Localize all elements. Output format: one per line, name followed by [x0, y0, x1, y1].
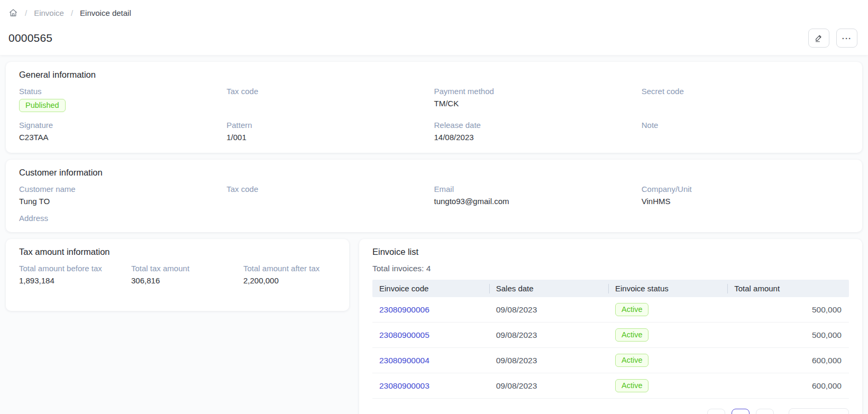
total-amount-cell: 500,000 — [727, 299, 849, 320]
page-size-select[interactable]: 10 / page — [789, 408, 849, 414]
tax-amount-information-title: Tax amount information — [19, 247, 336, 257]
pagination-page-1[interactable]: 1 — [732, 409, 750, 414]
field-label: Release date — [434, 121, 642, 130]
pagination: 1 10 / page — [372, 399, 849, 414]
field-label: Payment method — [434, 87, 642, 96]
customer-information-card: Customer information Customer name Tung … — [6, 160, 862, 232]
einvoice-code-cell: 23080900003 — [372, 375, 489, 397]
sales-date-cell: 09/08/2023 — [489, 299, 608, 320]
field-tax-code: Tax code — [226, 87, 434, 112]
sales-date-cell: 09/08/2023 — [489, 325, 608, 346]
field-value: 1,893,184 — [19, 276, 131, 287]
field-value: TM/CK — [434, 99, 642, 109]
column-header-total-amount: Total amount — [727, 280, 849, 297]
einvoice-list-card: Einvoice list Total invoices: 4 Einvoice… — [359, 239, 862, 414]
field-total-tax-amount: Total tax amount 306,816 — [131, 264, 243, 287]
field-value: 14/08/2023 — [434, 133, 642, 143]
breadcrumb-separator: / — [71, 8, 73, 17]
field-label: Email — [434, 185, 642, 194]
status-badge: Active — [615, 328, 649, 342]
status-badge: Active — [615, 303, 649, 316]
pagination-prev-button[interactable] — [707, 409, 725, 414]
einvoice-code-link[interactable]: 23080900005 — [379, 330, 430, 339]
field-label: Secret code — [642, 87, 849, 96]
table-row: 23080900004 09/08/2023 Active 600,000 — [372, 348, 849, 373]
field-value: 2,200,000 — [243, 276, 355, 287]
field-value: C23TAA — [19, 133, 226, 143]
total-amount-cell: 600,000 — [727, 350, 849, 371]
field-customer-name: Customer name Tung TO — [19, 185, 226, 207]
page-title: 0000565 — [8, 32, 52, 44]
sales-date-cell: 09/08/2023 — [489, 350, 608, 371]
table-row: 23080900003 09/08/2023 Active 600,000 — [372, 373, 849, 399]
table-header-row: Einvoice code Sales date Einvoice status… — [372, 280, 849, 297]
einvoice-code-link[interactable]: 23080900004 — [379, 356, 430, 365]
field-value — [642, 99, 849, 109]
einvoice-code-cell: 23080900005 — [372, 325, 489, 346]
field-value: Tung TO — [19, 197, 226, 207]
column-header-sales-date: Sales date — [489, 280, 608, 297]
field-label: Pattern — [226, 121, 434, 130]
breadcrumb-separator: / — [25, 8, 27, 17]
field-address: Address — [19, 214, 226, 223]
field-value — [642, 133, 849, 143]
customer-information-title: Customer information — [19, 168, 849, 178]
field-label: Status — [19, 87, 226, 96]
edit-button[interactable] — [808, 29, 829, 48]
edit-pencil-icon — [814, 33, 824, 43]
field-value: 306,816 — [131, 276, 243, 287]
einvoice-list-title: Einvoice list — [372, 247, 849, 257]
field-company-unit: Company/Unit VinHMS — [642, 185, 849, 207]
field-label: Company/Unit — [642, 185, 849, 194]
table-row: 23080900005 09/08/2023 Active 500,000 — [372, 323, 849, 348]
status-badge: Active — [615, 379, 649, 392]
pagination-next-button[interactable] — [756, 409, 774, 414]
einvoice-status-cell: Active — [608, 323, 727, 347]
field-label: Customer name — [19, 185, 226, 194]
page-header: / Einvoice / Einvoice detail 0000565 ... — [0, 0, 868, 55]
breadcrumb-item-einvoice[interactable]: Einvoice — [34, 8, 64, 17]
status-badge: Active — [615, 354, 649, 367]
field-value — [226, 99, 434, 109]
field-label: Total amount before tax — [19, 264, 131, 273]
field-total-after-tax: Total amount after tax 2,200,000 — [243, 264, 355, 287]
field-label: Tax code — [226, 87, 434, 96]
field-value: tungto93@gmail.com — [434, 197, 642, 207]
field-value: VinHMS — [642, 197, 849, 207]
field-label: Total tax amount — [131, 264, 243, 273]
header-actions: ... — [808, 29, 860, 48]
einvoice-status-cell: Active — [608, 297, 727, 322]
einvoice-code-link[interactable]: 23080900006 — [379, 305, 430, 314]
more-actions-button[interactable]: ... — [836, 29, 857, 48]
breadcrumb-home[interactable] — [8, 8, 18, 17]
status-badge: Published — [19, 99, 66, 112]
field-payment-method: Payment method TM/CK — [434, 87, 642, 112]
general-information-title: General information — [19, 70, 849, 80]
sales-date-cell: 09/08/2023 — [489, 375, 608, 397]
field-customer-tax-code: Tax code — [226, 185, 434, 207]
field-value — [226, 197, 434, 207]
tax-amount-information-card: Tax amount information Total amount befo… — [6, 239, 349, 311]
field-label: Note — [642, 121, 849, 130]
field-label: Address — [19, 214, 226, 223]
breadcrumb: / Einvoice / Einvoice detail — [8, 8, 860, 17]
einvoice-status-cell: Active — [608, 348, 727, 373]
einvoice-table: Einvoice code Sales date Einvoice status… — [372, 280, 849, 399]
column-header-einvoice-status: Einvoice status — [608, 280, 727, 297]
total-amount-cell: 600,000 — [727, 375, 849, 397]
field-label: Tax code — [226, 185, 434, 194]
field-note: Note — [642, 121, 849, 143]
field-label: Total amount after tax — [243, 264, 355, 273]
einvoice-code-link[interactable]: 23080900003 — [379, 381, 430, 390]
column-header-einvoice-code: Einvoice code — [372, 280, 489, 297]
page-content: General information Status Published Tax… — [0, 55, 868, 414]
field-value: 1/001 — [226, 133, 434, 143]
einvoice-code-cell: 23080900004 — [372, 350, 489, 371]
field-release-date: Release date 14/08/2023 — [434, 121, 642, 143]
field-pattern: Pattern 1/001 — [226, 121, 434, 143]
total-amount-cell: 500,000 — [727, 325, 849, 346]
home-icon — [8, 8, 18, 17]
total-invoices-label: Total invoices: 4 — [372, 264, 849, 273]
field-total-before-tax: Total amount before tax 1,893,184 — [19, 264, 131, 287]
einvoice-status-cell: Active — [608, 373, 727, 398]
